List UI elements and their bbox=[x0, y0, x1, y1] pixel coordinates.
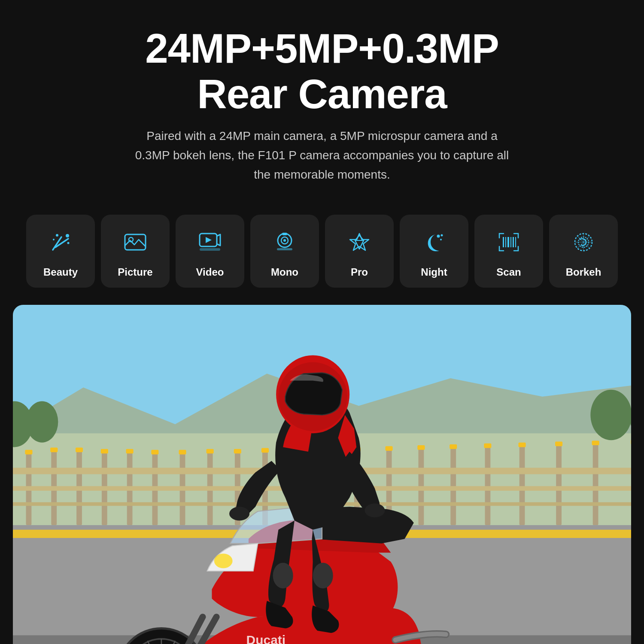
motorcycle-photo: Ducati bbox=[13, 305, 631, 644]
svg-point-2 bbox=[66, 234, 69, 237]
svg-rect-58 bbox=[485, 445, 490, 525]
borkeh-label: Borkeh bbox=[566, 266, 601, 278]
beauty-label: Beauty bbox=[43, 266, 78, 278]
mode-video[interactable]: Video bbox=[176, 215, 244, 288]
pro-icon bbox=[344, 227, 375, 258]
scan-label: Scan bbox=[496, 266, 521, 278]
svg-rect-15 bbox=[277, 248, 292, 250]
svg-rect-60 bbox=[556, 443, 562, 525]
picture-label: Picture bbox=[118, 266, 152, 278]
svg-rect-24 bbox=[507, 237, 509, 247]
svg-point-21 bbox=[441, 234, 443, 236]
svg-point-117 bbox=[365, 503, 385, 517]
video-icon bbox=[194, 227, 225, 258]
svg-point-4 bbox=[67, 242, 70, 244]
svg-point-3 bbox=[56, 234, 58, 237]
svg-point-120 bbox=[273, 562, 293, 588]
svg-point-113 bbox=[214, 553, 233, 568]
scan-icon bbox=[493, 227, 524, 258]
svg-rect-69 bbox=[76, 447, 83, 452]
camera-modes-row: Beauty Picture Video bbox=[0, 215, 644, 305]
svg-rect-26 bbox=[513, 237, 514, 247]
svg-rect-14 bbox=[282, 233, 287, 235]
mode-borkeh[interactable]: Borkeh bbox=[549, 215, 618, 288]
svg-rect-82 bbox=[450, 444, 457, 449]
svg-rect-81 bbox=[417, 445, 425, 450]
top-section: 24MP+5MP+0.3MP Rear Camera Paired with a… bbox=[0, 0, 644, 215]
svg-marker-9 bbox=[206, 237, 212, 243]
pro-label: Pro bbox=[351, 266, 368, 278]
mode-pro[interactable]: Pro bbox=[325, 215, 394, 288]
svg-rect-67 bbox=[25, 450, 32, 454]
photo-section: Ducati bbox=[0, 305, 644, 644]
svg-point-121 bbox=[313, 562, 333, 588]
video-label: Video bbox=[196, 266, 224, 278]
mode-scan[interactable]: Scan bbox=[474, 215, 543, 288]
svg-point-90 bbox=[590, 389, 631, 440]
mode-night[interactable]: Night bbox=[400, 215, 468, 288]
svg-rect-70 bbox=[101, 449, 108, 453]
mode-picture[interactable]: Picture bbox=[101, 215, 170, 288]
svg-rect-72 bbox=[151, 450, 158, 454]
svg-rect-84 bbox=[519, 442, 526, 447]
svg-rect-68 bbox=[50, 447, 58, 452]
mode-mono[interactable]: Mono bbox=[250, 215, 319, 288]
picture-icon bbox=[120, 227, 151, 258]
svg-rect-87 bbox=[631, 440, 631, 444]
svg-text:Ducati: Ducati bbox=[246, 633, 286, 644]
svg-point-116 bbox=[229, 507, 249, 520]
svg-rect-25 bbox=[510, 237, 511, 247]
svg-point-13 bbox=[283, 239, 286, 242]
mono-label: Mono bbox=[271, 266, 298, 278]
svg-rect-27 bbox=[515, 237, 516, 247]
svg-rect-85 bbox=[555, 441, 562, 446]
beauty-icon bbox=[45, 227, 76, 258]
photo-container: Ducati bbox=[13, 305, 631, 644]
svg-rect-10 bbox=[200, 248, 220, 251]
svg-rect-76 bbox=[261, 448, 269, 453]
svg-rect-23 bbox=[505, 237, 506, 247]
svg-rect-59 bbox=[519, 444, 525, 525]
subtitle-text: Paired with a 24MP main camera, a 5MP mi… bbox=[129, 127, 515, 184]
svg-point-5 bbox=[53, 239, 55, 240]
mode-beauty[interactable]: Beauty bbox=[26, 215, 95, 288]
night-label: Night bbox=[421, 266, 447, 278]
main-title: 24MP+5MP+0.3MP Rear Camera bbox=[34, 26, 610, 116]
svg-point-19 bbox=[437, 234, 440, 237]
svg-rect-61 bbox=[593, 442, 598, 525]
svg-rect-71 bbox=[126, 449, 134, 453]
night-icon bbox=[419, 227, 450, 258]
svg-rect-83 bbox=[484, 443, 491, 448]
svg-rect-80 bbox=[386, 446, 393, 451]
svg-point-20 bbox=[440, 239, 442, 240]
mono-icon bbox=[269, 227, 300, 258]
svg-rect-75 bbox=[234, 449, 241, 453]
borkeh-icon bbox=[568, 227, 599, 258]
svg-point-89 bbox=[26, 401, 58, 442]
svg-rect-57 bbox=[450, 446, 456, 525]
svg-rect-22 bbox=[503, 237, 504, 247]
svg-rect-73 bbox=[179, 450, 186, 454]
svg-rect-74 bbox=[207, 449, 214, 453]
svg-rect-86 bbox=[592, 440, 599, 445]
